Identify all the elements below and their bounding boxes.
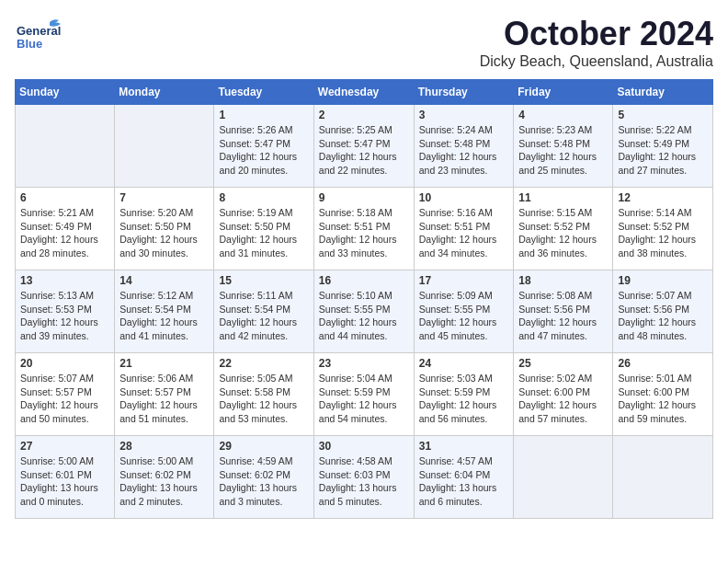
table-cell: 4Sunrise: 5:23 AM Sunset: 5:48 PM Daylig… bbox=[514, 105, 613, 188]
cell-info: Sunrise: 5:25 AM Sunset: 5:47 PM Dayligh… bbox=[319, 123, 409, 178]
cell-info: Sunrise: 5:10 AM Sunset: 5:55 PM Dayligh… bbox=[319, 289, 409, 343]
table-cell bbox=[613, 436, 713, 519]
day-number: 18 bbox=[518, 274, 608, 287]
table-cell: 19Sunrise: 5:07 AM Sunset: 5:56 PM Dayli… bbox=[613, 270, 713, 353]
day-number: 17 bbox=[419, 274, 509, 287]
table-cell: 2Sunrise: 5:25 AM Sunset: 5:47 PM Daylig… bbox=[313, 105, 414, 188]
cell-info: Sunrise: 5:03 AM Sunset: 5:59 PM Dayligh… bbox=[419, 372, 509, 426]
table-cell: 22Sunrise: 5:05 AM Sunset: 5:58 PM Dayli… bbox=[214, 353, 313, 436]
day-number: 11 bbox=[518, 191, 608, 204]
calendar-week-5: 27Sunrise: 5:00 AM Sunset: 6:01 PM Dayli… bbox=[16, 436, 713, 519]
cell-info: Sunrise: 5:09 AM Sunset: 5:55 PM Dayligh… bbox=[419, 289, 509, 343]
svg-text:Blue: Blue bbox=[17, 37, 42, 51]
col-thursday: Thursday bbox=[414, 80, 514, 105]
day-number: 14 bbox=[119, 274, 209, 287]
cell-info: Sunrise: 5:11 AM Sunset: 5:54 PM Dayligh… bbox=[219, 289, 308, 343]
calendar-week-3: 13Sunrise: 5:13 AM Sunset: 5:53 PM Dayli… bbox=[16, 270, 713, 353]
cell-info: Sunrise: 5:00 AM Sunset: 6:02 PM Dayligh… bbox=[119, 454, 209, 509]
logo-icon: General Blue bbox=[15, 15, 61, 61]
cell-info: Sunrise: 5:16 AM Sunset: 5:51 PM Dayligh… bbox=[419, 206, 509, 260]
calendar-week-2: 6Sunrise: 5:21 AM Sunset: 5:49 PM Daylig… bbox=[16, 188, 713, 270]
table-cell bbox=[16, 105, 115, 188]
day-number: 29 bbox=[219, 440, 308, 453]
col-sunday: Sunday bbox=[16, 80, 115, 105]
calendar-table: Sunday Monday Tuesday Wednesday Thursday… bbox=[15, 79, 713, 519]
cell-info: Sunrise: 5:07 AM Sunset: 5:57 PM Dayligh… bbox=[20, 372, 109, 426]
cell-info: Sunrise: 5:13 AM Sunset: 5:53 PM Dayligh… bbox=[20, 289, 109, 343]
table-cell: 6Sunrise: 5:21 AM Sunset: 5:49 PM Daylig… bbox=[16, 188, 115, 270]
cell-info: Sunrise: 5:26 AM Sunset: 5:47 PM Dayligh… bbox=[219, 123, 308, 178]
table-cell: 1Sunrise: 5:26 AM Sunset: 5:47 PM Daylig… bbox=[214, 105, 313, 188]
table-cell: 30Sunrise: 4:58 AM Sunset: 6:03 PM Dayli… bbox=[313, 436, 414, 519]
day-number: 8 bbox=[219, 191, 308, 204]
cell-info: Sunrise: 4:58 AM Sunset: 6:03 PM Dayligh… bbox=[319, 454, 409, 509]
cell-info: Sunrise: 5:12 AM Sunset: 5:54 PM Dayligh… bbox=[119, 289, 209, 343]
cell-info: Sunrise: 5:14 AM Sunset: 5:52 PM Dayligh… bbox=[618, 206, 708, 260]
day-number: 1 bbox=[219, 109, 308, 121]
col-monday: Monday bbox=[115, 80, 214, 105]
day-number: 10 bbox=[419, 191, 509, 204]
calendar-header-row: Sunday Monday Tuesday Wednesday Thursday… bbox=[16, 80, 713, 105]
table-cell: 31Sunrise: 4:57 AM Sunset: 6:04 PM Dayli… bbox=[414, 436, 514, 519]
table-cell: 13Sunrise: 5:13 AM Sunset: 5:53 PM Dayli… bbox=[16, 270, 115, 353]
logo: General Blue bbox=[15, 15, 61, 64]
day-number: 22 bbox=[219, 357, 308, 370]
col-saturday: Saturday bbox=[613, 80, 713, 105]
table-cell: 21Sunrise: 5:06 AM Sunset: 5:57 PM Dayli… bbox=[115, 353, 214, 436]
day-number: 27 bbox=[20, 440, 109, 453]
day-number: 31 bbox=[419, 440, 509, 453]
cell-info: Sunrise: 5:22 AM Sunset: 5:49 PM Dayligh… bbox=[618, 123, 708, 178]
cell-info: Sunrise: 4:59 AM Sunset: 6:02 PM Dayligh… bbox=[219, 454, 308, 509]
cell-info: Sunrise: 5:00 AM Sunset: 6:01 PM Dayligh… bbox=[20, 454, 109, 509]
cell-info: Sunrise: 5:04 AM Sunset: 5:59 PM Dayligh… bbox=[319, 372, 409, 426]
table-cell: 15Sunrise: 5:11 AM Sunset: 5:54 PM Dayli… bbox=[214, 270, 313, 353]
day-number: 4 bbox=[518, 109, 608, 121]
day-number: 25 bbox=[518, 357, 608, 370]
day-number: 2 bbox=[319, 109, 409, 121]
table-cell: 12Sunrise: 5:14 AM Sunset: 5:52 PM Dayli… bbox=[613, 188, 713, 270]
day-number: 9 bbox=[319, 191, 409, 204]
table-cell: 24Sunrise: 5:03 AM Sunset: 5:59 PM Dayli… bbox=[414, 353, 514, 436]
table-cell: 27Sunrise: 5:00 AM Sunset: 6:01 PM Dayli… bbox=[16, 436, 115, 519]
header: General Blue October 2024 Dicky Beach, Q… bbox=[15, 15, 713, 70]
cell-info: Sunrise: 5:18 AM Sunset: 5:51 PM Dayligh… bbox=[319, 206, 409, 260]
month-title: October 2024 bbox=[480, 15, 713, 53]
day-number: 20 bbox=[20, 357, 109, 370]
cell-info: Sunrise: 5:15 AM Sunset: 5:52 PM Dayligh… bbox=[518, 206, 608, 260]
day-number: 23 bbox=[319, 357, 409, 370]
day-number: 7 bbox=[119, 191, 209, 204]
table-cell: 16Sunrise: 5:10 AM Sunset: 5:55 PM Dayli… bbox=[313, 270, 414, 353]
table-cell: 10Sunrise: 5:16 AM Sunset: 5:51 PM Dayli… bbox=[414, 188, 514, 270]
table-cell: 18Sunrise: 5:08 AM Sunset: 5:56 PM Dayli… bbox=[514, 270, 613, 353]
day-number: 26 bbox=[618, 357, 708, 370]
table-cell: 25Sunrise: 5:02 AM Sunset: 6:00 PM Dayli… bbox=[514, 353, 613, 436]
table-cell: 28Sunrise: 5:00 AM Sunset: 6:02 PM Dayli… bbox=[115, 436, 214, 519]
day-number: 13 bbox=[20, 274, 109, 287]
cell-info: Sunrise: 5:05 AM Sunset: 5:58 PM Dayligh… bbox=[219, 372, 308, 426]
day-number: 30 bbox=[319, 440, 409, 453]
day-number: 19 bbox=[618, 274, 708, 287]
table-cell: 14Sunrise: 5:12 AM Sunset: 5:54 PM Dayli… bbox=[115, 270, 214, 353]
location-title: Dicky Beach, Queensland, Australia bbox=[480, 53, 713, 70]
table-cell: 23Sunrise: 5:04 AM Sunset: 5:59 PM Dayli… bbox=[313, 353, 414, 436]
cell-info: Sunrise: 5:23 AM Sunset: 5:48 PM Dayligh… bbox=[518, 123, 608, 178]
day-number: 12 bbox=[618, 191, 708, 204]
table-cell bbox=[514, 436, 613, 519]
col-tuesday: Tuesday bbox=[214, 80, 313, 105]
table-cell: 17Sunrise: 5:09 AM Sunset: 5:55 PM Dayli… bbox=[414, 270, 514, 353]
day-number: 6 bbox=[20, 191, 109, 204]
cell-info: Sunrise: 5:01 AM Sunset: 6:00 PM Dayligh… bbox=[618, 372, 708, 426]
cell-info: Sunrise: 5:07 AM Sunset: 5:56 PM Dayligh… bbox=[618, 289, 708, 343]
cell-info: Sunrise: 4:57 AM Sunset: 6:04 PM Dayligh… bbox=[419, 454, 509, 509]
table-cell: 8Sunrise: 5:19 AM Sunset: 5:50 PM Daylig… bbox=[214, 188, 313, 270]
cell-info: Sunrise: 5:24 AM Sunset: 5:48 PM Dayligh… bbox=[419, 123, 509, 178]
day-number: 21 bbox=[119, 357, 209, 370]
day-number: 16 bbox=[319, 274, 409, 287]
day-number: 15 bbox=[219, 274, 308, 287]
day-number: 24 bbox=[419, 357, 509, 370]
calendar-week-1: 1Sunrise: 5:26 AM Sunset: 5:47 PM Daylig… bbox=[16, 105, 713, 188]
cell-info: Sunrise: 5:06 AM Sunset: 5:57 PM Dayligh… bbox=[119, 372, 209, 426]
col-friday: Friday bbox=[514, 80, 613, 105]
cell-info: Sunrise: 5:20 AM Sunset: 5:50 PM Dayligh… bbox=[119, 206, 209, 260]
cell-info: Sunrise: 5:21 AM Sunset: 5:49 PM Dayligh… bbox=[20, 206, 109, 260]
